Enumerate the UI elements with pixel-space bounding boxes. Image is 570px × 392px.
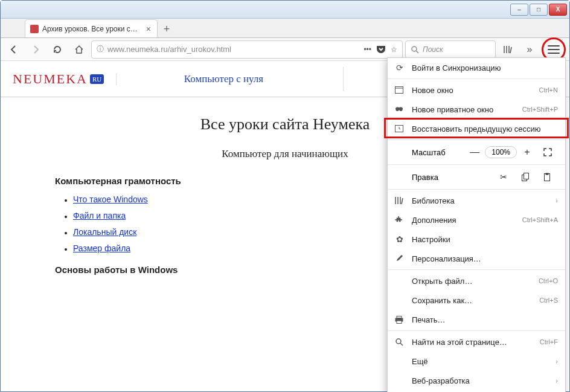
svg-rect-6 bbox=[524, 173, 528, 179]
menu-more[interactable]: Ещё › bbox=[388, 352, 565, 371]
app-menu-button[interactable] bbox=[548, 45, 560, 54]
menu-open-file[interactable]: Открыть файл… Ctrl+O bbox=[388, 271, 565, 291]
zoom-percent: 100% bbox=[485, 146, 517, 158]
bookmark-star-button[interactable]: ☆ bbox=[391, 45, 397, 54]
logo-badge: RU bbox=[90, 74, 104, 84]
chevron-right-icon: › bbox=[556, 358, 558, 365]
puzzle-icon bbox=[395, 216, 405, 224]
menu-restore-session[interactable]: Восстановить предыдущую сессию bbox=[388, 119, 565, 138]
menu-open-file-label: Открыть файл… bbox=[412, 277, 531, 286]
lesson-link[interactable]: Размер файла bbox=[73, 243, 130, 253]
menu-save-as[interactable]: Сохранить как… Ctrl+S bbox=[388, 291, 565, 310]
menu-new-window-shortcut: Ctrl+N bbox=[539, 86, 558, 94]
menu-edit-row: Правка ✂ bbox=[388, 166, 565, 188]
forward-button[interactable] bbox=[26, 40, 45, 59]
pocket-button[interactable] bbox=[376, 45, 386, 54]
back-button[interactable] bbox=[4, 40, 24, 59]
print-icon bbox=[395, 316, 405, 324]
logo-text: NEUMEKA bbox=[13, 71, 88, 87]
window-maximize-button[interactable]: □ bbox=[530, 4, 548, 16]
svg-rect-8 bbox=[546, 173, 549, 175]
library-button[interactable] bbox=[498, 40, 517, 59]
menu-zoom-row: Масштаб — 100% + bbox=[388, 141, 565, 163]
lesson-link[interactable]: Файл и папка bbox=[73, 211, 126, 220]
svg-rect-2 bbox=[395, 87, 403, 94]
menu-addons[interactable]: Дополнения Ctrl+Shift+A bbox=[388, 210, 565, 230]
nav-link-1[interactable]: Компьютер с нуля bbox=[124, 73, 323, 85]
browser-tab[interactable]: Архив уроков. Все уроки сайт × bbox=[25, 19, 158, 37]
menu-separator bbox=[388, 189, 565, 190]
menu-find-shortcut: Ctrl+F bbox=[540, 338, 558, 345]
cut-button[interactable]: ✂ bbox=[493, 169, 514, 185]
sync-icon: ⟳ bbox=[395, 63, 405, 72]
window-titlebar: – □ X bbox=[1, 1, 569, 19]
copy-button[interactable] bbox=[514, 169, 536, 185]
menu-webdev-label: Веб-разработка bbox=[412, 376, 548, 385]
zoom-in-button[interactable]: + bbox=[517, 144, 537, 161]
menu-separator bbox=[388, 140, 565, 140]
lesson-link[interactable]: Что такое Windows bbox=[73, 194, 148, 204]
home-button[interactable] bbox=[69, 40, 89, 59]
overflow-button[interactable]: » bbox=[520, 40, 539, 59]
site-logo[interactable]: NEUMEKA RU bbox=[13, 71, 104, 87]
menu-find-label: Найти на этой странице… bbox=[412, 338, 533, 347]
library-icon bbox=[395, 196, 405, 205]
menu-settings-label: Настройки bbox=[412, 235, 558, 244]
svg-rect-9 bbox=[397, 316, 402, 318]
menu-new-private-window[interactable]: Новое приватное окно Ctrl+Shift+P bbox=[388, 100, 565, 119]
menu-sync[interactable]: ⟳ Войти в Синхронизацию bbox=[388, 58, 565, 77]
search-placeholder: Поиск bbox=[423, 45, 443, 54]
svg-rect-11 bbox=[397, 321, 402, 324]
window-minimize-button[interactable]: – bbox=[510, 4, 528, 16]
app-menu-popup: ⟳ Войти в Синхронизацию Новое окно Ctrl+… bbox=[387, 57, 566, 392]
menu-separator bbox=[388, 79, 565, 79]
window-icon bbox=[395, 86, 405, 94]
tab-title: Архив уроков. Все уроки сайт bbox=[42, 25, 141, 33]
menu-customize-label: Персонализация… bbox=[412, 254, 558, 263]
menu-open-file-shortcut: Ctrl+O bbox=[539, 277, 558, 284]
search-bar[interactable]: Поиск bbox=[405, 40, 496, 59]
svg-line-1 bbox=[416, 51, 418, 53]
menu-library-label: Библиотека bbox=[412, 196, 548, 205]
tab-close-button[interactable]: × bbox=[145, 24, 152, 34]
menu-separator bbox=[388, 330, 565, 331]
menu-save-as-label: Сохранить как… bbox=[412, 296, 532, 305]
chevron-right-icon: › bbox=[556, 197, 558, 204]
zoom-out-button[interactable]: — bbox=[464, 144, 485, 161]
menu-addons-label: Дополнения bbox=[412, 216, 515, 225]
fullscreen-button[interactable] bbox=[537, 144, 558, 161]
menu-new-private-label: Новое приватное окно bbox=[412, 105, 515, 114]
menu-restore-label: Восстановить предыдущую сессию bbox=[412, 124, 558, 133]
tab-strip: Архив уроков. Все уроки сайт × + bbox=[1, 19, 569, 38]
paste-button[interactable] bbox=[536, 169, 558, 185]
menu-settings[interactable]: ✿ Настройки bbox=[388, 230, 565, 249]
menu-save-as-shortcut: Ctrl+S bbox=[539, 297, 558, 304]
favicon-icon bbox=[30, 25, 39, 33]
menu-print[interactable]: Печать… bbox=[388, 310, 565, 329]
svg-point-0 bbox=[412, 47, 417, 51]
menu-print-label: Печать… bbox=[412, 315, 558, 324]
menu-customize[interactable]: Персонализация… bbox=[388, 249, 565, 268]
menu-web-developer[interactable]: Веб-разработка › bbox=[388, 371, 565, 390]
gear-icon: ✿ bbox=[395, 234, 405, 244]
menu-find[interactable]: Найти на этой странице… Ctrl+F bbox=[388, 332, 565, 352]
lesson-link[interactable]: Локальный диск bbox=[73, 227, 136, 237]
site-info-icon[interactable]: ⓘ bbox=[97, 44, 104, 54]
menu-addons-shortcut: Ctrl+Shift+A bbox=[522, 216, 558, 223]
menu-edit-label: Правка bbox=[395, 173, 493, 182]
page-actions-button[interactable]: ••• bbox=[363, 45, 371, 54]
window-close-button[interactable]: X bbox=[549, 4, 567, 16]
menu-library[interactable]: Библиотека › bbox=[388, 191, 565, 210]
mask-icon bbox=[395, 106, 405, 112]
restore-icon bbox=[395, 125, 405, 132]
menu-new-window[interactable]: Новое окно Ctrl+N bbox=[388, 80, 565, 100]
address-bar[interactable]: ⓘ www.neumeka.ru/arhiv_urokov.html ••• ☆ bbox=[91, 40, 403, 59]
search-icon bbox=[411, 45, 419, 54]
menu-separator bbox=[388, 269, 565, 270]
new-tab-button[interactable]: + bbox=[158, 21, 176, 37]
reload-button[interactable] bbox=[48, 40, 67, 59]
menu-sync-label: Войти в Синхронизацию bbox=[412, 63, 558, 72]
menu-zoom-label: Масштаб bbox=[395, 148, 464, 157]
browser-window: – □ X Архив уроков. Все уроки сайт × + ⓘ… bbox=[0, 0, 570, 392]
svg-point-12 bbox=[396, 339, 401, 344]
